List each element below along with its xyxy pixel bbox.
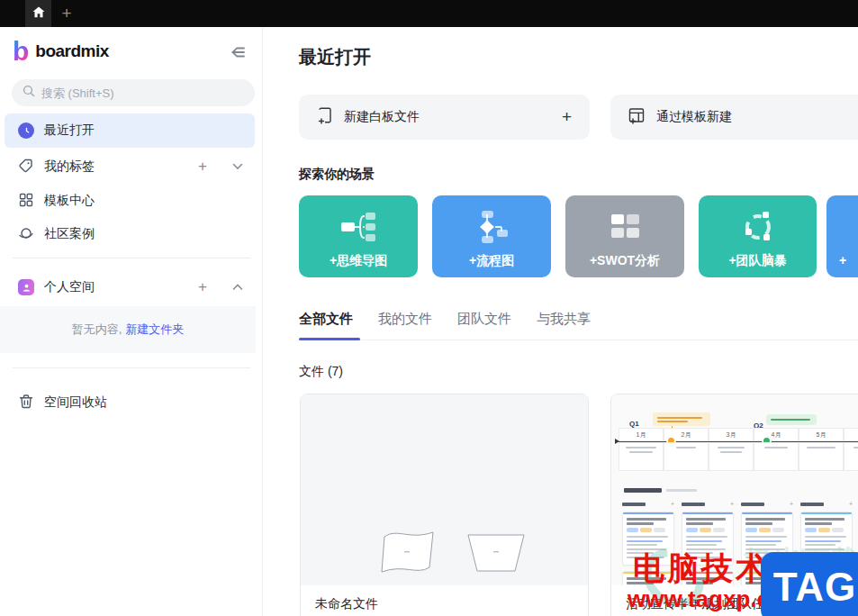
timeline-cell [799, 442, 844, 471]
scene-card-label: +流程图 [432, 253, 551, 269]
scene-card-partial[interactable]: + [826, 195, 858, 277]
plus-icon: + [562, 107, 572, 127]
timeline-month-label: 6月 [844, 428, 858, 441]
add-tag-icon[interactable]: + [194, 159, 211, 175]
search-box [12, 79, 255, 106]
files-count-heading: 文件 (7) [299, 364, 343, 380]
sidebar-divider [13, 367, 250, 368]
empty-folder-hint: 暂无内容, 新建文件夹 [0, 306, 256, 353]
clock-icon [18, 122, 34, 139]
home-icon [32, 5, 45, 22]
boardmix-logo-text: boardmix [35, 41, 109, 61]
file-name: 未命名文件 [315, 596, 378, 612]
user-icon [18, 279, 34, 295]
timeline-months-row: 1月2月3月4月5月6月 [619, 428, 858, 441]
sidebar-item-community[interactable]: 社区案例 [5, 217, 255, 251]
flowchart-icon [432, 210, 551, 244]
kanban-title [624, 488, 697, 493]
tag-icon [18, 158, 34, 177]
timeline-cell [754, 442, 799, 471]
sidebar: b boardmix 最近打开 我的标签 + [0, 27, 263, 616]
active-tab-underline [299, 338, 360, 340]
timeline-month-label: 5月 [799, 428, 844, 441]
sidebar-divider [13, 258, 250, 258]
tab-my-files[interactable]: 我的文件 [378, 311, 432, 328]
tab-shared-with-me[interactable]: 与我共享 [537, 311, 591, 328]
sidebar-item-personal-space[interactable]: 个人空间 + [5, 270, 255, 304]
template-plus-icon [628, 107, 646, 128]
sidebar-item-label: 空间回收站 [44, 394, 107, 411]
sidebar-item-recent[interactable]: 最近打开 [5, 113, 255, 148]
trash-icon [18, 394, 34, 412]
sidebar-item-templates[interactable]: 模板中心 [5, 184, 255, 218]
scene-card-mindmap[interactable]: +思维导图 [299, 195, 418, 277]
mindmap-icon [299, 210, 418, 244]
tabs-divider [299, 340, 858, 340]
boardmix-logo[interactable]: b boardmix [13, 38, 109, 65]
sidebar-item-recycle-bin[interactable]: 空间回收站 [5, 385, 255, 420]
timeline-cells-row [619, 442, 858, 471]
scene-card-swot[interactable]: +SWOT分析 [565, 195, 684, 277]
sidebar-item-label: 社区案例 [44, 226, 95, 242]
chevron-up-icon[interactable] [230, 279, 246, 295]
brainstorm-icon [699, 210, 817, 244]
timeline-q1-label: Q1 [629, 420, 639, 428]
add-folder-icon[interactable]: + [194, 279, 211, 295]
scene-card-brainstorm[interactable]: +团队脑暴 [699, 195, 817, 277]
boardmix-logo-icon: b [13, 40, 29, 63]
sidebar-item-tags[interactable]: 我的标签 + [5, 149, 255, 184]
timeline-cell [664, 442, 709, 471]
timeline-cell [709, 442, 754, 471]
timeline-month-label: 1月 [619, 428, 664, 441]
tag-logo: TAG [761, 552, 858, 616]
doc-plus-icon [317, 107, 333, 128]
timeline-cell [844, 442, 858, 471]
sidebar-item-label: 我的标签 [44, 159, 95, 175]
timeline-callout-yellow [653, 412, 710, 426]
planet-icon [18, 225, 34, 244]
scene-card-label: +SWOT分析 [565, 253, 684, 269]
explore-heading: 探索你的场景 [299, 167, 375, 183]
timeline-callout-green [766, 414, 817, 425]
search-icon [23, 85, 35, 101]
scene-card-label: +思维导图 [299, 253, 418, 269]
scene-card-label: +团队脑暴 [699, 253, 817, 269]
new-from-template-label: 通过模板新建 [656, 109, 732, 125]
timeline-month-label: 3月 [709, 428, 754, 441]
timeline-cell [619, 442, 664, 471]
chevron-down-icon[interactable] [230, 159, 246, 175]
scene-card-label: + [826, 253, 858, 267]
page-title: 最近打开 [299, 45, 371, 69]
sidebar-item-label: 个人空间 [44, 279, 95, 295]
empty-hint-text: 暂无内容, [72, 322, 122, 338]
file-thumbnail [301, 394, 588, 585]
search-input[interactable] [41, 86, 230, 100]
tab-all-files[interactable]: 全部文件 [299, 311, 353, 328]
template-grid-icon [18, 192, 34, 211]
window-tab-bar: + [0, 0, 858, 27]
sidebar-item-label: 模板中心 [44, 193, 95, 209]
scene-card-flowchart[interactable]: +流程图 [432, 195, 551, 277]
new-tab-button[interactable]: + [57, 0, 77, 27]
home-tab[interactable] [25, 0, 51, 27]
collapse-sidebar-icon[interactable] [228, 42, 248, 62]
new-whiteboard-label: 新建白板文件 [344, 109, 420, 125]
tab-team-files[interactable]: 团队文件 [457, 311, 511, 328]
boardmix-app: + b boardmix 最近打开 我的标签 [0, 0, 858, 616]
file-card-untitled[interactable]: 未命名文件 [300, 394, 589, 616]
new-from-template-button[interactable]: 通过模板新建 [610, 95, 858, 140]
sidebar-item-label: 最近打开 [44, 122, 95, 139]
timeline-month-label: 4月 [754, 428, 799, 441]
new-folder-link[interactable]: 新建文件夹 [125, 322, 184, 338]
swot-grid-icon [565, 210, 684, 244]
new-whiteboard-button[interactable]: 新建白板文件 + [299, 95, 590, 140]
